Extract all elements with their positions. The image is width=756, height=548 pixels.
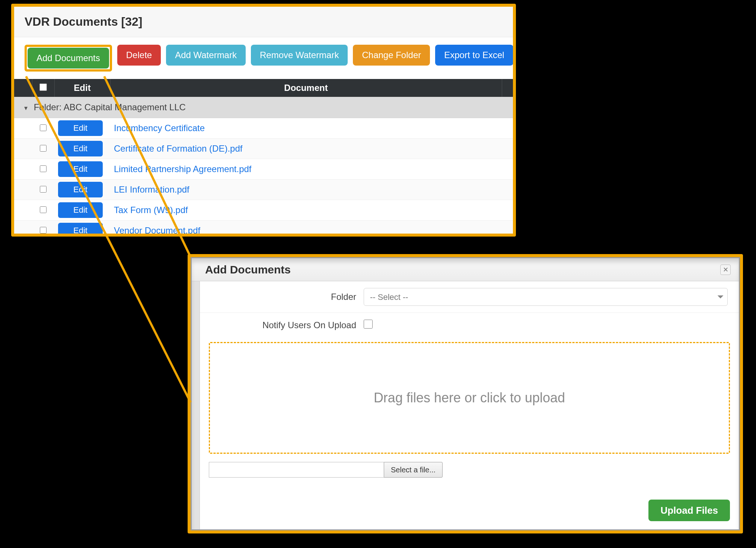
notify-checkbox[interactable] (364, 320, 373, 329)
document-link[interactable]: Vendor Document.pdf (114, 225, 200, 235)
vdr-documents-panel: VDR Documents [32] Add Documents Delete … (11, 4, 516, 237)
row-checkbox[interactable] (40, 124, 47, 131)
drop-zone[interactable]: Drag files here or click to upload (209, 342, 730, 454)
row-checkbox[interactable] (40, 145, 47, 152)
select-all-checkbox[interactable] (39, 83, 47, 91)
row-checkbox[interactable] (40, 165, 47, 172)
table-row: Edit LEI Information.pdf (14, 180, 513, 200)
folder-label: Folder (200, 292, 364, 302)
table-row: Edit Incumbency Certificate (14, 118, 513, 139)
table-row: Edit Limited Partnership Agreement.pdf (14, 159, 513, 180)
file-path-display (209, 462, 384, 478)
add-documents-highlight: Add Documents (25, 45, 112, 72)
table-row: Edit Vendor Document.pdf (14, 221, 513, 237)
notify-row: Notify Users On Upload (200, 313, 739, 338)
modal-footer: Upload Files (200, 491, 739, 529)
row-checkbox[interactable] (40, 227, 47, 234)
edit-button[interactable]: Edit (58, 120, 103, 136)
table-row: Edit Tax Form (W9).pdf (14, 200, 513, 221)
chevron-down-icon: ▾ (20, 104, 31, 112)
notify-label: Notify Users On Upload (200, 320, 364, 330)
toolbar: Add Documents Delete Add Watermark Remov… (14, 37, 513, 79)
change-folder-button[interactable]: Change Folder (353, 45, 430, 66)
edit-button[interactable]: Edit (58, 182, 103, 197)
document-link[interactable]: Certificate of Formation (DE).pdf (114, 143, 242, 153)
modal-body: Folder -- Select -- Notify Users On Uplo… (200, 281, 739, 529)
edit-button[interactable]: Edit (58, 223, 103, 237)
column-header-edit: Edit (54, 79, 110, 97)
document-link[interactable]: Tax Form (W9).pdf (114, 205, 188, 215)
folder-select[interactable]: -- Select -- (364, 288, 728, 306)
close-icon[interactable]: ✕ (720, 265, 731, 275)
document-link[interactable]: Incumbency Certificate (114, 123, 205, 133)
add-watermark-button[interactable]: Add Watermark (166, 45, 246, 66)
page-title: VDR Documents [32] (14, 7, 513, 37)
table-row: Edit Certificate of Formation (DE).pdf (14, 139, 513, 159)
row-checkbox[interactable] (40, 186, 47, 193)
documents-table: Edit Document ▾ Folder: ABC Capital Mana… (14, 79, 513, 237)
export-excel-button[interactable]: Export to Excel (435, 45, 513, 66)
edit-button[interactable]: Edit (58, 161, 103, 177)
drop-zone-text: Drag files here or click to upload (374, 390, 565, 406)
edit-button[interactable]: Edit (58, 202, 103, 218)
column-header-document: Document (110, 79, 502, 97)
modal-titlebar: Add Documents ✕ (192, 258, 739, 281)
file-picker: Select a file... (209, 462, 730, 478)
folder-row: Folder -- Select -- (200, 281, 739, 313)
add-documents-modal: Add Documents ✕ Folder -- Select -- Noti… (188, 254, 743, 533)
modal-title: Add Documents (205, 263, 291, 276)
edit-button[interactable]: Edit (58, 141, 103, 156)
upload-files-button[interactable]: Upload Files (648, 500, 730, 521)
remove-watermark-button[interactable]: Remove Watermark (251, 45, 348, 66)
background-sliver (192, 281, 200, 529)
document-link[interactable]: Limited Partnership Agreement.pdf (114, 164, 252, 174)
folder-label: Folder: ABC Capital Management LLC (34, 102, 186, 112)
document-link[interactable]: LEI Information.pdf (114, 184, 189, 194)
add-documents-button[interactable]: Add Documents (28, 48, 109, 69)
row-checkbox[interactable] (40, 206, 47, 213)
folder-row[interactable]: ▾ Folder: ABC Capital Management LLC (14, 97, 513, 118)
select-file-button[interactable]: Select a file... (384, 462, 443, 478)
delete-button[interactable]: Delete (117, 45, 161, 66)
